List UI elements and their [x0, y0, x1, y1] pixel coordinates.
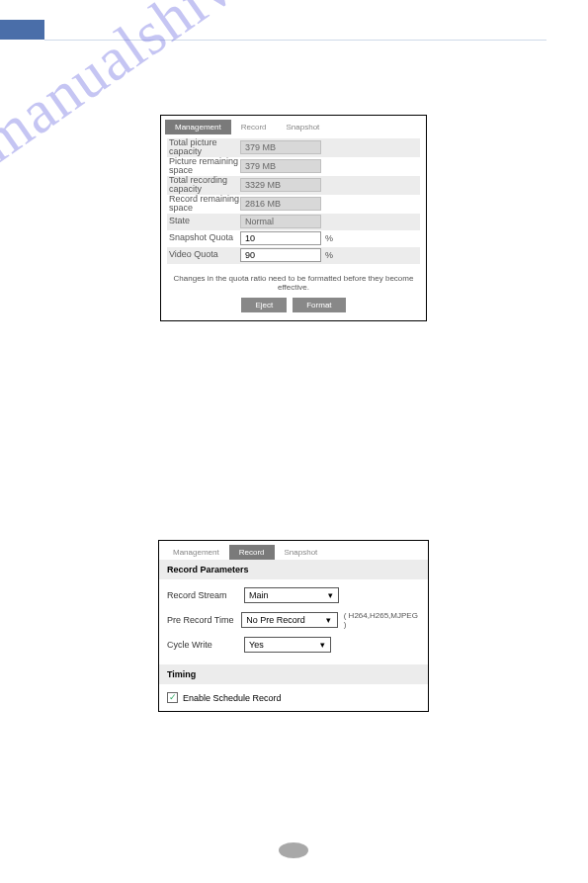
select-value: Main	[249, 590, 269, 600]
row-total-recording-capacity: Total recording capacity 3329 MB	[167, 176, 420, 195]
management-rows: Total picture capacity 379 MB Picture re…	[161, 134, 426, 268]
label: State	[169, 217, 240, 225]
record-stream-select[interactable]: Main ▾	[244, 587, 339, 603]
value-readonly: 2816 MB	[240, 197, 321, 211]
video-quota-input[interactable]: 90	[240, 248, 321, 262]
row-record-remaining-space: Record remaining space 2816 MB	[167, 195, 420, 214]
unit: %	[325, 250, 333, 260]
row-snapshot-quota: Snapshot Quota 10 %	[167, 230, 420, 247]
row-picture-remaining-space: Picture remaining space 379 MB	[167, 157, 420, 176]
row-total-picture-capacity: Total picture capacity 379 MB	[167, 138, 420, 157]
tab-management[interactable]: Management	[163, 545, 229, 560]
tab-bar: Management Record Snapshot	[161, 116, 426, 134]
cycle-write-select[interactable]: Yes ▾	[244, 637, 331, 653]
label: Record Stream	[167, 590, 244, 600]
value-readonly: 379 MB	[240, 140, 321, 154]
label: Snapshot Quota	[169, 233, 240, 242]
row-cycle-write: Cycle Write Yes ▾	[167, 637, 420, 653]
tab-snapshot[interactable]: Snapshot	[275, 545, 328, 560]
value-readonly: 3329 MB	[240, 178, 321, 192]
record-form: Record Stream Main ▾ Pre Record Time No …	[159, 579, 428, 664]
tab-management[interactable]: Management	[165, 120, 231, 134]
checkbox-label: Enable Schedule Record	[183, 693, 282, 703]
label: Cycle Write	[167, 640, 244, 650]
label: Record remaining space	[169, 195, 240, 214]
section-timing: Timing	[159, 664, 428, 684]
label: Total recording capacity	[169, 176, 240, 195]
label: Video Quota	[169, 250, 240, 259]
pre-record-time-select[interactable]: No Pre Record ▾	[241, 612, 337, 628]
label: Picture remaining space	[169, 157, 240, 176]
record-panel: Management Record Snapshot Record Parame…	[158, 540, 429, 712]
page-number-pill	[279, 842, 308, 858]
enable-schedule-checkbox[interactable]: ✓	[167, 692, 178, 703]
row-enable-schedule: ✓ Enable Schedule Record	[159, 684, 428, 711]
tab-record[interactable]: Record	[231, 120, 277, 134]
tab-record[interactable]: Record	[229, 545, 275, 560]
header-rule	[44, 40, 546, 41]
quota-note: Changes in the quota ratio need to be fo…	[161, 268, 426, 292]
section-record-parameters: Record Parameters	[159, 560, 428, 579]
row-record-stream: Record Stream Main ▾	[167, 587, 420, 603]
snapshot-quota-input[interactable]: 10	[240, 231, 321, 245]
chevron-down-icon: ▾	[323, 614, 335, 626]
chevron-down-icon: ▾	[324, 589, 336, 601]
row-state: State Normal	[167, 214, 420, 230]
tab-snapshot[interactable]: Snapshot	[277, 120, 330, 134]
eject-button[interactable]: Eject	[241, 298, 287, 312]
tab-bar: Management Record Snapshot	[159, 541, 428, 560]
value-readonly: 379 MB	[240, 159, 321, 173]
label: Pre Record Time	[167, 615, 241, 625]
storage-management-panel: Management Record Snapshot Total picture…	[160, 115, 427, 321]
header-accent-bar	[0, 20, 44, 40]
format-button[interactable]: Format	[293, 298, 345, 312]
select-value: No Pre Record	[246, 615, 305, 625]
chevron-down-icon: ▾	[316, 639, 328, 651]
select-value: Yes	[249, 640, 264, 650]
label: Total picture capacity	[169, 138, 240, 157]
codec-hint: ( H264,H265,MJPEG )	[344, 611, 420, 629]
button-row: Eject Format	[161, 292, 426, 320]
row-pre-record-time: Pre Record Time No Pre Record ▾ ( H264,H…	[167, 611, 420, 629]
unit: %	[325, 233, 333, 243]
row-video-quota: Video Quota 90 %	[167, 247, 420, 264]
value-readonly: Normal	[240, 215, 321, 228]
